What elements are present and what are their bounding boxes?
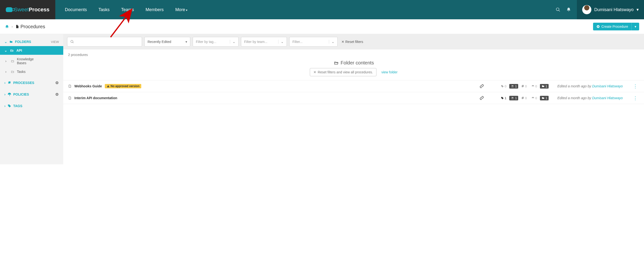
stat-folders: 1 xyxy=(540,84,548,89)
breadcrumb-sep: › xyxy=(12,25,13,28)
search-input[interactable] xyxy=(67,37,142,46)
svg-point-14 xyxy=(513,85,514,86)
procedure-row[interactable]: Webhooks Guide No approved version 0 1 xyxy=(63,80,644,92)
folder-open-icon xyxy=(334,61,339,65)
tags-label: TAGS xyxy=(13,104,22,108)
more-filter-label: Filter... xyxy=(292,40,302,44)
stat-folders: 1 xyxy=(540,96,548,100)
nav-links: Documents Tasks Teams Members More xyxy=(55,7,197,12)
reset-label: Reset filters xyxy=(345,40,363,44)
caret-down-icon: ▾ xyxy=(186,40,187,44)
create-caret[interactable]: ▾ xyxy=(632,23,639,30)
user-menu[interactable]: Dumisani Hlatswayo ▾ xyxy=(577,0,644,19)
caret-down-icon: ⌄ xyxy=(230,40,236,44)
stat-comments: 0 xyxy=(530,84,538,89)
chevron-right-icon: › xyxy=(5,59,8,63)
team-filter[interactable]: Filter by team... ⌄ xyxy=(241,37,287,46)
svg-point-18 xyxy=(513,97,514,98)
folder-icon xyxy=(10,70,14,73)
svg-rect-5 xyxy=(9,81,10,83)
stat-members: 1 xyxy=(509,96,518,100)
caret-down-icon: ⌄ xyxy=(278,40,284,44)
chevron-down-icon: ⌄ xyxy=(4,40,7,44)
sidebar-folder-tasks[interactable]: › Tasks xyxy=(0,67,63,76)
svg-rect-16 xyxy=(522,85,524,87)
sidebar-policies[interactable]: › POLICIES xyxy=(0,89,63,99)
procedure-stats: 0 1 0 0 1 xyxy=(499,84,548,89)
procedure-stats: 1 1 0 0 1 xyxy=(499,96,548,100)
procedure-title: Interim API documentation xyxy=(74,96,117,100)
stat-comments: 0 xyxy=(530,96,538,100)
add-policy-icon[interactable] xyxy=(55,92,59,96)
svg-line-10 xyxy=(73,42,74,43)
create-button-label: Create Procedure xyxy=(601,25,628,28)
view-toggle[interactable]: VIEW xyxy=(51,40,59,44)
svg-point-9 xyxy=(71,40,73,42)
chevron-right-icon: › xyxy=(4,81,6,85)
author-link[interactable]: Dumisani Hlatswayo xyxy=(592,84,623,88)
sidebar-processes[interactable]: › PROCESSES xyxy=(0,78,63,88)
brand-logo[interactable]: SweetProcess xyxy=(0,0,55,19)
sort-select[interactable]: Recently Edited ▾ xyxy=(144,37,190,46)
author-link[interactable]: Dumisani Hlatswayo xyxy=(592,96,623,100)
stat-copies: 0 xyxy=(520,84,528,89)
main-content: Recently Edited ▾ Filter by tag... ⌄ Fil… xyxy=(63,34,644,164)
sidebar-folders-header[interactable]: ⌄ FOLDERS VIEW xyxy=(0,37,63,46)
nav-teams[interactable]: Teams xyxy=(121,7,134,12)
nav-documents[interactable]: Documents xyxy=(65,7,87,12)
reset-filters[interactable]: ✕ Reset filters xyxy=(342,40,363,44)
reset-all-button[interactable]: ✕ Reset filters and view all procedures. xyxy=(310,68,377,76)
create-procedure-button[interactable]: Create Procedure ▾ xyxy=(593,23,639,30)
link-icon[interactable] xyxy=(480,84,484,88)
tag-filter-label: Filter by tag... xyxy=(196,40,216,44)
procedure-meta: Edited a month ago by Dumisani Hlatswayo xyxy=(557,96,623,100)
stat-copies: 0 xyxy=(520,96,528,100)
folder-icon xyxy=(10,60,14,63)
procedure-row[interactable]: Interim API documentation 1 1 0 xyxy=(63,92,644,104)
sort-label: Recently Edited xyxy=(148,40,171,44)
folder-label: Knowledge Bases xyxy=(17,57,44,65)
link-icon[interactable] xyxy=(480,96,484,100)
umbrella-icon xyxy=(8,92,11,96)
nav-more[interactable]: More xyxy=(175,7,188,12)
plus-circle-icon xyxy=(596,25,600,28)
sidebar-folder-api[interactable]: ⌄ API xyxy=(0,46,63,55)
folder-actions: ✕ Reset filters and view all procedures.… xyxy=(63,68,644,76)
home-icon[interactable] xyxy=(5,24,9,29)
sidebar-tags[interactable]: › TAGS xyxy=(0,101,63,111)
chevron-right-icon: › xyxy=(4,104,6,108)
tag-icon xyxy=(8,104,11,108)
tag-filter[interactable]: Filter by tag... ⌄ xyxy=(193,37,238,46)
top-icons xyxy=(556,7,577,12)
search-icon xyxy=(70,40,74,44)
stack-icon xyxy=(8,81,11,84)
add-process-icon[interactable] xyxy=(55,81,59,85)
view-folder-link[interactable]: view folder xyxy=(381,70,398,74)
processes-label: PROCESSES xyxy=(13,81,34,85)
sidebar: ⌄ FOLDERS VIEW ⌄ API › Knowledge Bases › xyxy=(0,34,63,164)
chevron-right-icon: › xyxy=(4,92,6,96)
nav-members[interactable]: Members xyxy=(146,7,164,12)
svg-line-1 xyxy=(558,10,560,11)
svg-point-8 xyxy=(8,105,9,105)
document-icon xyxy=(68,84,72,88)
folder-icon xyxy=(9,40,13,43)
svg-point-17 xyxy=(512,97,513,98)
warning-badge: No approved version xyxy=(105,84,141,88)
row-menu[interactable]: ⋮ xyxy=(632,95,639,101)
row-menu[interactable]: ⋮ xyxy=(632,83,639,89)
chevron-down-icon: ▾ xyxy=(636,7,639,12)
search-icon[interactable] xyxy=(556,7,560,12)
svg-rect-12 xyxy=(108,87,108,87)
team-filter-label: Filter by team... xyxy=(244,40,267,44)
chevron-down-icon: ⌄ xyxy=(4,48,7,52)
nav-tasks[interactable]: Tasks xyxy=(98,7,110,12)
bell-icon[interactable] xyxy=(566,7,571,12)
avatar xyxy=(582,5,591,14)
sidebar-folder-kb[interactable]: › Knowledge Bases xyxy=(0,55,63,67)
document-icon xyxy=(68,96,72,100)
stat-members: 1 xyxy=(509,84,518,89)
more-filter[interactable]: Filter... ⌄ xyxy=(289,37,338,46)
folders-label: FOLDERS xyxy=(15,40,31,44)
procedure-count: 2 procedures xyxy=(63,49,644,60)
